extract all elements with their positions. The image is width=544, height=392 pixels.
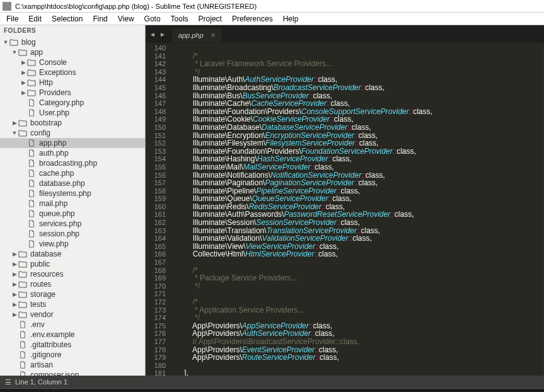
chevron-right-icon[interactable]: ▶: [11, 271, 18, 277]
folder-item[interactable]: ▶database: [0, 249, 145, 259]
folder-item[interactable]: ▶tests: [0, 299, 145, 309]
sidebar-header: FOLDERS: [0, 25, 145, 36]
folder-icon: [9, 38, 19, 47]
file-item[interactable]: ▶Category.php: [0, 98, 145, 108]
folder-item[interactable]: ▶Http: [0, 78, 145, 88]
file-item[interactable]: ▶broadcasting.php: [0, 158, 145, 168]
file-item[interactable]: ▶artisan: [0, 360, 145, 370]
file-item[interactable]: ▶.env.example: [0, 330, 145, 340]
file-icon: [26, 149, 37, 158]
chevron-right-icon[interactable]: ▶: [11, 281, 18, 287]
code-content[interactable]: /* * Laravel Framework Service Providers…: [171, 43, 542, 376]
folder-item[interactable]: ▶bootstrap: [0, 118, 145, 128]
line-number: 160: [146, 203, 166, 211]
folder-item[interactable]: ▶resources: [0, 269, 145, 279]
file-item[interactable]: ▶database.php: [0, 178, 145, 188]
code-line[interactable]: [171, 258, 542, 267]
folder-item[interactable]: ▶routes: [0, 279, 145, 289]
file-item[interactable]: ▶services.php: [0, 219, 145, 229]
folder-item[interactable]: ▶vendor: [0, 309, 145, 320]
chevron-right-icon[interactable]: ▶: [11, 291, 18, 297]
chevron-right-icon[interactable]: ▶: [20, 59, 26, 66]
chevron-right-icon[interactable]: ▶: [11, 311, 18, 318]
folder-item[interactable]: ▼config: [0, 128, 145, 138]
line-number: 169: [146, 274, 166, 282]
folder-icon: [18, 280, 28, 289]
file-item[interactable]: ▶auth.php: [0, 148, 145, 158]
file-item[interactable]: ▶filesystems.php: [0, 188, 145, 199]
file-item[interactable]: ▶.gitattributes: [0, 340, 145, 350]
folder-item[interactable]: ▼blog: [0, 37, 145, 47]
close-icon[interactable]: ×: [211, 31, 216, 40]
file-icon: [26, 169, 37, 178]
menu-tools[interactable]: Tools: [167, 14, 192, 23]
chevron-right-icon[interactable]: ▶: [11, 120, 18, 126]
code-line[interactable]: ],: [171, 369, 542, 376]
chevron-right-icon[interactable]: ▶: [11, 261, 18, 267]
folder-item[interactable]: ▶Exceptions: [0, 67, 145, 78]
file-item[interactable]: ▶queue.php: [0, 209, 145, 219]
chevron-down-icon[interactable]: ▼: [3, 39, 9, 45]
line-number: 159: [146, 195, 166, 203]
tab-active[interactable]: app.php ×: [172, 28, 222, 42]
line-number: 181: [146, 369, 166, 376]
file-item[interactable]: ▶User.php: [0, 108, 145, 118]
folder-item[interactable]: ▶Providers: [0, 88, 145, 98]
chevron-down-icon[interactable]: ▼: [11, 49, 18, 55]
chevron-down-icon[interactable]: ▼: [11, 130, 18, 136]
menu-find[interactable]: Find: [89, 14, 111, 23]
code-line[interactable]: Collective\Html\HtmlServiceProvider::cla…: [171, 250, 542, 258]
code-area[interactable]: 1401411421431441451461471481491501511521…: [146, 43, 544, 376]
titlebar: C:\xampp\htdocs\blog\config\app.php (blo…: [0, 0, 544, 13]
code-line[interactable]: App\Providers\RouteServiceProvider::clas…: [171, 354, 542, 362]
menu-edit[interactable]: Edit: [25, 14, 45, 23]
file-item[interactable]: ▶cache.php: [0, 168, 145, 178]
file-item[interactable]: ▶view.php: [0, 239, 145, 249]
menu-selection[interactable]: Selection: [48, 14, 86, 23]
menu-goto[interactable]: Goto: [141, 14, 165, 23]
file-item[interactable]: ▶.gitignore: [0, 350, 145, 360]
folder-icon: [18, 290, 28, 299]
file-item[interactable]: ▶composer.json: [0, 370, 145, 376]
file-item[interactable]: ▶session.php: [0, 229, 145, 239]
sidebar: FOLDERS ▼blog▼app▶Console▶Exceptions▶Htt…: [0, 25, 146, 376]
tree-item-label: Exceptions: [39, 68, 76, 77]
code-line[interactable]: [171, 44, 542, 52]
code-line[interactable]: * Application Service Providers...: [171, 306, 542, 314]
menu-file[interactable]: File: [3, 14, 22, 23]
tree-item-label: queue.php: [39, 209, 75, 218]
code-line[interactable]: [171, 362, 542, 370]
menu-help[interactable]: Help: [279, 14, 303, 23]
folder-item[interactable]: ▶storage: [0, 289, 145, 299]
chevron-right-icon[interactable]: ▶: [20, 69, 26, 76]
file-icon: [26, 229, 37, 238]
tab-prev-icon[interactable]: ◄: [148, 31, 157, 38]
chevron-right-icon[interactable]: ▶: [20, 79, 26, 86]
folder-item[interactable]: ▼app: [0, 47, 145, 57]
file-item[interactable]: ▶mail.php: [0, 199, 145, 209]
menu-project[interactable]: Project: [195, 14, 226, 23]
tree-item-label: broadcasting.php: [39, 159, 97, 168]
code-line[interactable]: * Laravel Framework Service Providers...: [171, 60, 542, 68]
menu-preferences[interactable]: Preferences: [228, 14, 277, 23]
folder-item[interactable]: ▶public: [0, 259, 145, 269]
file-icon: [26, 219, 37, 228]
line-number: 163: [146, 227, 166, 235]
folder-tree[interactable]: ▼blog▼app▶Console▶Exceptions▶Http▶Provid…: [0, 36, 145, 376]
code-line[interactable]: */: [171, 282, 542, 291]
statusbar[interactable]: ☰ Line 1, Column 1: [0, 376, 544, 388]
code-line[interactable]: * Package Service Providers...: [171, 274, 542, 282]
chevron-right-icon[interactable]: ▶: [11, 251, 18, 257]
file-item[interactable]: ▶app.php: [0, 138, 145, 148]
tree-item-label: filesystems.php: [39, 189, 91, 198]
file-icon: [26, 108, 37, 117]
menu-view[interactable]: View: [114, 14, 138, 23]
folder-icon: [18, 129, 28, 137]
folder-item[interactable]: ▶Console: [0, 57, 145, 67]
line-number: 164: [146, 234, 166, 243]
chevron-right-icon[interactable]: ▶: [11, 301, 18, 308]
chevron-right-icon[interactable]: ▶: [20, 89, 26, 96]
tab-next-icon[interactable]: ►: [158, 31, 167, 38]
code-line[interactable]: [171, 290, 542, 298]
file-item[interactable]: ▶.env: [0, 320, 145, 330]
